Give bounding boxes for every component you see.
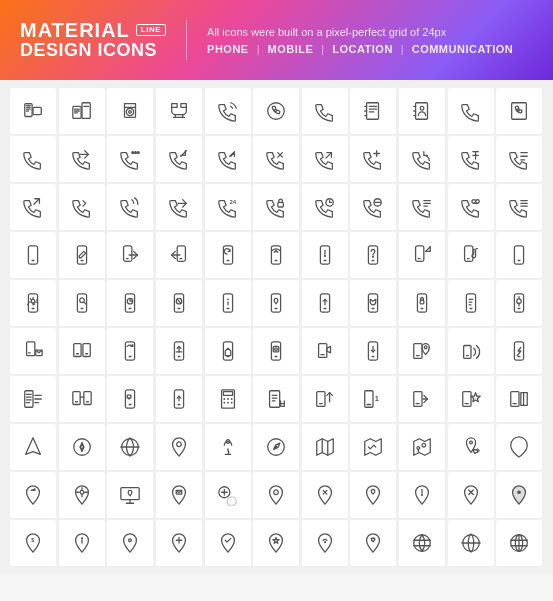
icon-call-list[interactable]	[496, 136, 542, 182]
icon-smartphone-alert[interactable]	[302, 232, 348, 278]
icon-call-received[interactable]	[156, 136, 202, 182]
icon-call-add[interactable]	[350, 136, 396, 182]
icon-pin-wifi[interactable]	[302, 520, 348, 566]
icon-export-mobile[interactable]	[302, 376, 348, 422]
icon-phone-outline[interactable]	[448, 88, 494, 134]
icon-pin-plus-small[interactable]	[205, 472, 251, 518]
icon-phone-settings[interactable]	[496, 184, 542, 230]
icon-fax[interactable]	[59, 88, 105, 134]
icon-mobile-video[interactable]	[302, 328, 348, 374]
icon-call-blocked[interactable]	[350, 184, 396, 230]
icon-navigation[interactable]	[10, 424, 56, 470]
icon-rotary-phone[interactable]	[107, 88, 153, 134]
icon-mobile-location2[interactable]	[399, 328, 445, 374]
icon-mobile-extra1[interactable]	[448, 280, 494, 326]
icon-globe[interactable]	[107, 424, 153, 470]
header-link-communication[interactable]: COMMUNICATION	[412, 43, 514, 55]
icon-phone-book[interactable]	[350, 88, 396, 134]
icon-mobile-search[interactable]	[59, 280, 105, 326]
icon-mobile-book[interactable]	[496, 376, 542, 422]
icon-pin-info[interactable]	[59, 520, 105, 566]
icon-pin-dollar[interactable]: $	[10, 520, 56, 566]
icon-person-location[interactable]	[205, 424, 251, 470]
icon-smartphone-sync[interactable]	[205, 232, 251, 278]
icon-desk-phone[interactable]	[10, 88, 56, 134]
icon-pin-x[interactable]	[448, 472, 494, 518]
icon-smartphone-blank[interactable]	[496, 232, 542, 278]
icon-mobile-photo[interactable]	[253, 328, 299, 374]
icon-pin-filled[interactable]	[496, 472, 542, 518]
icon-smartphone-arrow-right[interactable]	[107, 232, 153, 278]
icon-mobile-extra2[interactable]	[496, 280, 542, 326]
icon-mobile-rotate[interactable]	[107, 328, 153, 374]
icon-call-voicemail[interactable]	[448, 184, 494, 230]
icon-mobile-location[interactable]	[253, 280, 299, 326]
icon-map-pin[interactable]	[156, 424, 202, 470]
icon-notes-phone[interactable]	[253, 376, 299, 422]
icon-call-locked[interactable]	[253, 184, 299, 230]
icon-pin-exclaim[interactable]	[399, 472, 445, 518]
icon-list-device[interactable]	[10, 376, 56, 422]
icon-globe-grid[interactable]	[399, 520, 445, 566]
icon-call-missed[interactable]	[59, 136, 105, 182]
icon-call-outgoing[interactable]	[10, 184, 56, 230]
icon-forward-phone[interactable]	[399, 376, 445, 422]
icon-smartphone-arrow-left[interactable]	[156, 232, 202, 278]
icon-phone-bell[interactable]	[107, 376, 153, 422]
icon-phone-up[interactable]	[156, 376, 202, 422]
icon-globe-extra[interactable]	[496, 520, 542, 566]
icon-call-scheduled[interactable]	[302, 184, 348, 230]
icon-call-end[interactable]	[253, 136, 299, 182]
icon-call-incoming[interactable]	[205, 136, 251, 182]
icon-mobile-star[interactable]	[448, 376, 494, 422]
icon-pin-cross[interactable]	[302, 472, 348, 518]
icon-mobile-nfc[interactable]	[448, 328, 494, 374]
icon-pin-star[interactable]	[253, 520, 299, 566]
icon-mobile-email[interactable]	[10, 328, 56, 374]
icon-mobile-upload2[interactable]	[156, 328, 202, 374]
icon-phone-handset[interactable]	[302, 88, 348, 134]
icon-call-log[interactable]	[399, 184, 445, 230]
icon-dual-phone[interactable]	[59, 376, 105, 422]
icon-pin-target[interactable]	[59, 472, 105, 518]
icon-mobile-download[interactable]	[350, 328, 396, 374]
icon-pin-heart[interactable]	[350, 472, 396, 518]
icon-mobile-security[interactable]	[350, 280, 396, 326]
icon-calculator[interactable]	[205, 376, 251, 422]
icon-call-transfer[interactable]	[156, 184, 202, 230]
icon-mobile-num[interactable]: 1	[350, 376, 396, 422]
icon-pin-location3[interactable]	[156, 520, 202, 566]
icon-call-ringing[interactable]	[107, 184, 153, 230]
icon-map-terrain[interactable]	[350, 424, 396, 470]
icon-pin-edit[interactable]	[448, 424, 494, 470]
icon-smartphone-music[interactable]	[448, 232, 494, 278]
icon-phone-circle[interactable]	[253, 88, 299, 134]
icon-mobile-blocked[interactable]	[156, 280, 202, 326]
icon-mobile-charging[interactable]	[496, 328, 542, 374]
icon-globe-simple[interactable]	[448, 520, 494, 566]
icon-pin-heart2[interactable]	[350, 520, 396, 566]
icon-pin-email[interactable]	[156, 472, 202, 518]
header-link-mobile[interactable]: MOBILE	[268, 43, 314, 55]
icon-call-24hr[interactable]: 24	[205, 184, 251, 230]
icon-call[interactable]	[10, 136, 56, 182]
icon-pin-extra[interactable]	[496, 424, 542, 470]
icon-mobile-info[interactable]	[205, 280, 251, 326]
icon-missed-call[interactable]	[59, 184, 105, 230]
icon-smartphone-question[interactable]	[350, 232, 396, 278]
icon-screen-location[interactable]	[107, 472, 153, 518]
header-link-location[interactable]: LOCATION	[332, 43, 393, 55]
icon-pin-check[interactable]	[205, 520, 251, 566]
header-link-phone[interactable]: PHONE	[207, 43, 249, 55]
icon-mobile-settings[interactable]	[10, 280, 56, 326]
icon-call-dots[interactable]	[107, 136, 153, 182]
icon-smartphone[interactable]	[10, 232, 56, 278]
icon-call-merge[interactable]	[448, 136, 494, 182]
icon-call-forward[interactable]	[302, 136, 348, 182]
icon-mobile-compare[interactable]	[59, 328, 105, 374]
icon-old-phone[interactable]	[156, 88, 202, 134]
icon-mobile-time[interactable]	[107, 280, 153, 326]
icon-smartphone-signal[interactable]	[253, 232, 299, 278]
icon-pin-circle2[interactable]	[107, 520, 153, 566]
icon-compass2[interactable]	[253, 424, 299, 470]
